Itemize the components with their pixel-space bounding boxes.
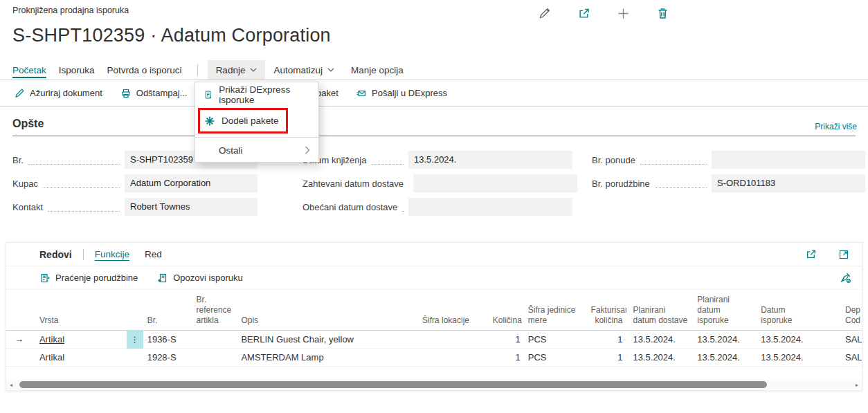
pracenje-porudzbine-label: Praćenje porudžbine — [55, 273, 138, 283]
dotted-leader — [372, 155, 404, 165]
tab-potvrda-o-isporuci[interactable]: Potvrda o isporuci — [107, 60, 182, 80]
lines-card: Redovi Funkcije Red Praćenje porudžbine … — [6, 242, 862, 391]
expand-icon[interactable] — [837, 248, 851, 261]
scroll-left-arrow[interactable]: ◂ — [7, 382, 15, 388]
odstampaj-button[interactable]: Odštampaj... — [120, 88, 188, 99]
share-icon[interactable] — [577, 6, 590, 20]
dotted-leader — [28, 155, 120, 165]
tab-pocetak[interactable]: Početak — [12, 60, 46, 80]
menu-manje-opcija[interactable]: Manje opcija — [343, 60, 412, 80]
column-header-dep-code[interactable]: Dep Cod — [816, 305, 862, 326]
field-br-label: Br. — [12, 155, 24, 165]
menu-radnje[interactable]: Radnje — [208, 60, 266, 80]
chevron-right-icon — [305, 146, 310, 154]
opozovi-isporuku-label: Opozovi isporuku — [173, 273, 242, 283]
column-header-sifra-lokacije[interactable]: Šifra lokacije — [417, 315, 493, 326]
field-zahtevani-datum-label: Zahtevani datum dostave — [302, 178, 404, 189]
menu-item-dodeli-pakete[interactable]: Dodeli pakete — [200, 111, 283, 131]
unpin-icon[interactable] — [838, 271, 852, 285]
field-kupac-value[interactable]: Adatum Corporation — [125, 174, 257, 192]
table-row[interactable]: → Artikal ⋮ 1936-S BERLIN Guest Chair, y… — [6, 331, 862, 349]
field-zahtevani-datum-value[interactable] — [413, 174, 577, 192]
field-datum-knjizenja: Datum knjiženja 13.5.2024. — [302, 151, 572, 169]
cell-kolicina: 1 — [493, 352, 525, 362]
dotted-leader — [48, 202, 120, 212]
column-header-kolicina[interactable]: Količina — [493, 315, 525, 326]
column-header-br-reference[interactable]: Br. reference artikla — [193, 295, 236, 326]
menubar-divider — [197, 64, 198, 75]
field-br-porudzbine-label: Br. porudžbine — [592, 178, 650, 189]
send-icon — [356, 88, 367, 99]
menu-item-prikazi-dexpress-isporuke[interactable]: Prikaži DExpress isporuke — [195, 84, 318, 106]
column-header-datum-isporuke[interactable]: Datum isporuke — [754, 305, 816, 326]
field-kupac-label: Kupac — [12, 178, 38, 189]
field-obecani-datum-value[interactable] — [408, 198, 572, 216]
dotted-leader — [640, 155, 707, 165]
field-br-ponude: Br. ponude — [592, 151, 865, 169]
column-header-planirani-dostave[interactable]: Planirani datum dostave — [626, 305, 690, 326]
odstampaj-label: Odštampaj... — [136, 88, 188, 98]
cell-br-link[interactable]: 1936-S — [147, 334, 177, 345]
radnje-dropdown-menu: Prikaži DExpress isporuke Dodeli pakete … — [195, 82, 319, 163]
row-ellipsis-menu[interactable]: ⋮ — [127, 331, 143, 349]
menu-radnje-label: Radnje — [216, 65, 246, 75]
general-fields: Br. S-SHPT102359 Kupac Adatum Corporatio… — [12, 151, 865, 221]
column-header-vrsta[interactable]: Vrsta — [34, 315, 127, 326]
cell-fakturisana: 1 — [591, 352, 627, 362]
delete-icon[interactable] — [655, 6, 669, 20]
cell-jedinica-link[interactable]: PCS — [528, 334, 547, 345]
cell-plan-dostava: 13.5.2024. — [626, 334, 690, 345]
order-tracking-icon — [39, 273, 51, 284]
share-icon[interactable] — [804, 248, 817, 261]
page-caption: Proknjižena prodajna isporuka — [12, 6, 129, 15]
scrollbar-track[interactable] — [15, 380, 853, 389]
field-kontakt: Kontakt Robert Townes — [12, 198, 257, 216]
section-title-opste: Opšte — [12, 118, 44, 130]
column-header-planirani-isporuke[interactable]: Planirani datum isporuke — [690, 295, 754, 326]
opozovi-isporuku-button[interactable]: Opozovi isporuku — [157, 273, 242, 284]
menu-item-label: Dodeli pakete — [221, 116, 279, 126]
pracenje-porudzbine-button[interactable]: Praćenje porudžbine — [39, 273, 138, 284]
column-header-sifra-jedinice[interactable]: Šifra jedinice mere — [525, 305, 591, 326]
cell-vrsta-link[interactable]: Artikal — [39, 334, 64, 345]
dotted-leader — [43, 178, 120, 188]
field-kontakt-label: Kontakt — [12, 202, 43, 212]
lines-tab-red[interactable]: Red — [145, 249, 162, 259]
azuriraj-dokument-button[interactable]: Ažuriraj dokument — [14, 88, 102, 99]
add-icon[interactable] — [616, 6, 630, 20]
field-zahtevani-datum: Zahtevani datum dostave — [302, 174, 572, 192]
lines-card-header: Redovi Funkcije Red — [6, 243, 862, 266]
column-header-fakturisana[interactable]: Fakturisana količina — [591, 305, 627, 326]
field-datum-knjizenja-value[interactable]: 13.5.2024. — [408, 151, 572, 169]
paket-button-partial[interactable]: paket — [316, 80, 338, 106]
field-br-ponude-value[interactable] — [712, 151, 865, 169]
cell-opis: BERLIN Guest Chair, yellow — [235, 334, 417, 345]
edit-pencil-icon[interactable] — [537, 6, 551, 20]
scroll-right-arrow[interactable]: ▸ — [853, 382, 861, 388]
prikazi-vise-link[interactable]: Prikaži više — [815, 122, 857, 131]
action-bar: Ažuriraj dokument Odštampaj... paket Poš… — [0, 80, 868, 107]
field-kontakt-value[interactable]: Robert Townes — [125, 198, 257, 216]
table-row[interactable]: Artikal 1928-S AMSTERDAM Lamp 1 PCS 1 13… — [6, 349, 862, 367]
lines-title: Redovi — [39, 249, 72, 260]
horizontal-scrollbar[interactable]: ◂ ▸ — [7, 380, 861, 389]
tab-isporuka[interactable]: Isporuka — [59, 60, 95, 80]
cell-fakturisana: 1 — [591, 334, 627, 345]
menu-item-ostali[interactable]: Ostali — [195, 140, 318, 160]
field-kupac: Kupac Adatum Corporation — [12, 174, 257, 192]
dotted-leader — [402, 202, 404, 212]
report-icon — [204, 89, 213, 100]
field-br-porudzbine-value[interactable]: S-ORD101183 — [712, 174, 865, 192]
cell-plan-isporuka: 13.5.2024. — [690, 352, 754, 362]
lines-tab-funkcije[interactable]: Funkcije — [95, 249, 129, 259]
menu-automatizuj[interactable]: Automatizuj — [265, 60, 343, 80]
posalji-u-dexpress-label: Pošalji u DExpress — [372, 88, 447, 98]
posalji-u-dexpress-button[interactable]: Pošalji u DExpress — [356, 80, 447, 106]
dotted-leader — [655, 178, 707, 188]
paket-label: paket — [316, 88, 338, 98]
lines-toolbar: Praćenje porudžbine Opozovi isporuku — [6, 266, 862, 290]
scrollbar-thumb[interactable] — [19, 381, 767, 388]
cell-dep-link[interactable]: SAL — [845, 334, 862, 345]
column-header-opis[interactable]: Opis — [235, 315, 417, 326]
column-header-br[interactable]: Br. — [147, 315, 193, 326]
